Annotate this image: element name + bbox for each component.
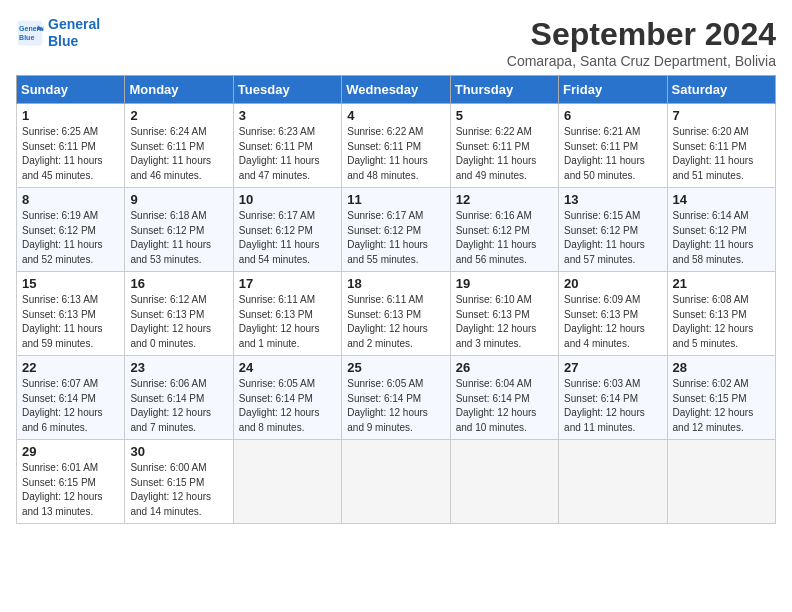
weekday-header-saturday: Saturday <box>667 76 775 104</box>
calendar-cell: 24 Sunrise: 6:05 AMSunset: 6:14 PMDaylig… <box>233 356 341 440</box>
calendar-cell: 30 Sunrise: 6:00 AMSunset: 6:15 PMDaylig… <box>125 440 233 524</box>
day-info: Sunrise: 6:12 AMSunset: 6:13 PMDaylight:… <box>130 293 227 351</box>
day-info: Sunrise: 6:06 AMSunset: 6:14 PMDaylight:… <box>130 377 227 435</box>
day-info: Sunrise: 6:02 AMSunset: 6:15 PMDaylight:… <box>673 377 770 435</box>
svg-text:Blue: Blue <box>19 34 34 41</box>
day-info: Sunrise: 6:05 AMSunset: 6:14 PMDaylight:… <box>347 377 444 435</box>
day-number: 2 <box>130 108 227 123</box>
day-info: Sunrise: 6:07 AMSunset: 6:14 PMDaylight:… <box>22 377 119 435</box>
day-info: Sunrise: 6:03 AMSunset: 6:14 PMDaylight:… <box>564 377 661 435</box>
calendar-cell: 7 Sunrise: 6:20 AMSunset: 6:11 PMDayligh… <box>667 104 775 188</box>
logo-icon: General Blue <box>16 19 44 47</box>
day-info: Sunrise: 6:00 AMSunset: 6:15 PMDaylight:… <box>130 461 227 519</box>
day-info: Sunrise: 6:09 AMSunset: 6:13 PMDaylight:… <box>564 293 661 351</box>
calendar-body: 1 Sunrise: 6:25 AMSunset: 6:11 PMDayligh… <box>17 104 776 524</box>
day-info: Sunrise: 6:16 AMSunset: 6:12 PMDaylight:… <box>456 209 553 267</box>
calendar-cell: 2 Sunrise: 6:24 AMSunset: 6:11 PMDayligh… <box>125 104 233 188</box>
calendar-cell: 23 Sunrise: 6:06 AMSunset: 6:14 PMDaylig… <box>125 356 233 440</box>
calendar-cell: 29 Sunrise: 6:01 AMSunset: 6:15 PMDaylig… <box>17 440 125 524</box>
calendar-cell: 17 Sunrise: 6:11 AMSunset: 6:13 PMDaylig… <box>233 272 341 356</box>
calendar-cell: 26 Sunrise: 6:04 AMSunset: 6:14 PMDaylig… <box>450 356 558 440</box>
day-number: 11 <box>347 192 444 207</box>
calendar-cell: 8 Sunrise: 6:19 AMSunset: 6:12 PMDayligh… <box>17 188 125 272</box>
day-number: 27 <box>564 360 661 375</box>
page-header: General Blue GeneralBlue September 2024 … <box>16 16 776 69</box>
calendar-cell: 5 Sunrise: 6:22 AMSunset: 6:11 PMDayligh… <box>450 104 558 188</box>
day-number: 28 <box>673 360 770 375</box>
day-number: 19 <box>456 276 553 291</box>
day-number: 22 <box>22 360 119 375</box>
day-info: Sunrise: 6:14 AMSunset: 6:12 PMDaylight:… <box>673 209 770 267</box>
day-info: Sunrise: 6:21 AMSunset: 6:11 PMDaylight:… <box>564 125 661 183</box>
calendar-cell: 6 Sunrise: 6:21 AMSunset: 6:11 PMDayligh… <box>559 104 667 188</box>
day-number: 23 <box>130 360 227 375</box>
day-number: 20 <box>564 276 661 291</box>
day-number: 29 <box>22 444 119 459</box>
calendar-cell: 9 Sunrise: 6:18 AMSunset: 6:12 PMDayligh… <box>125 188 233 272</box>
calendar-cell <box>450 440 558 524</box>
calendar-cell: 27 Sunrise: 6:03 AMSunset: 6:14 PMDaylig… <box>559 356 667 440</box>
day-number: 30 <box>130 444 227 459</box>
day-number: 15 <box>22 276 119 291</box>
weekday-header-monday: Monday <box>125 76 233 104</box>
calendar-cell: 20 Sunrise: 6:09 AMSunset: 6:13 PMDaylig… <box>559 272 667 356</box>
calendar-cell: 4 Sunrise: 6:22 AMSunset: 6:11 PMDayligh… <box>342 104 450 188</box>
logo: General Blue GeneralBlue <box>16 16 100 50</box>
weekday-header-sunday: Sunday <box>17 76 125 104</box>
calendar-cell: 13 Sunrise: 6:15 AMSunset: 6:12 PMDaylig… <box>559 188 667 272</box>
calendar-cell: 10 Sunrise: 6:17 AMSunset: 6:12 PMDaylig… <box>233 188 341 272</box>
day-number: 4 <box>347 108 444 123</box>
day-info: Sunrise: 6:17 AMSunset: 6:12 PMDaylight:… <box>239 209 336 267</box>
logo-text: GeneralBlue <box>48 16 100 50</box>
calendar-cell: 11 Sunrise: 6:17 AMSunset: 6:12 PMDaylig… <box>342 188 450 272</box>
calendar-cell: 15 Sunrise: 6:13 AMSunset: 6:13 PMDaylig… <box>17 272 125 356</box>
day-info: Sunrise: 6:22 AMSunset: 6:11 PMDaylight:… <box>347 125 444 183</box>
calendar-cell: 18 Sunrise: 6:11 AMSunset: 6:13 PMDaylig… <box>342 272 450 356</box>
calendar-cell: 14 Sunrise: 6:14 AMSunset: 6:12 PMDaylig… <box>667 188 775 272</box>
day-number: 18 <box>347 276 444 291</box>
title-block: September 2024 Comarapa, Santa Cruz Depa… <box>507 16 776 69</box>
day-number: 10 <box>239 192 336 207</box>
weekday-header-friday: Friday <box>559 76 667 104</box>
calendar-cell: 16 Sunrise: 6:12 AMSunset: 6:13 PMDaylig… <box>125 272 233 356</box>
day-number: 13 <box>564 192 661 207</box>
week-row-4: 22 Sunrise: 6:07 AMSunset: 6:14 PMDaylig… <box>17 356 776 440</box>
weekday-header-wednesday: Wednesday <box>342 76 450 104</box>
week-row-3: 15 Sunrise: 6:13 AMSunset: 6:13 PMDaylig… <box>17 272 776 356</box>
calendar-cell: 1 Sunrise: 6:25 AMSunset: 6:11 PMDayligh… <box>17 104 125 188</box>
location-subtitle: Comarapa, Santa Cruz Department, Bolivia <box>507 53 776 69</box>
day-info: Sunrise: 6:05 AMSunset: 6:14 PMDaylight:… <box>239 377 336 435</box>
day-info: Sunrise: 6:19 AMSunset: 6:12 PMDaylight:… <box>22 209 119 267</box>
day-info: Sunrise: 6:23 AMSunset: 6:11 PMDaylight:… <box>239 125 336 183</box>
day-number: 6 <box>564 108 661 123</box>
calendar-cell <box>342 440 450 524</box>
day-number: 14 <box>673 192 770 207</box>
svg-rect-0 <box>18 20 43 45</box>
day-info: Sunrise: 6:11 AMSunset: 6:13 PMDaylight:… <box>347 293 444 351</box>
day-info: Sunrise: 6:18 AMSunset: 6:12 PMDaylight:… <box>130 209 227 267</box>
day-info: Sunrise: 6:15 AMSunset: 6:12 PMDaylight:… <box>564 209 661 267</box>
day-number: 16 <box>130 276 227 291</box>
day-info: Sunrise: 6:13 AMSunset: 6:13 PMDaylight:… <box>22 293 119 351</box>
day-number: 9 <box>130 192 227 207</box>
day-info: Sunrise: 6:08 AMSunset: 6:13 PMDaylight:… <box>673 293 770 351</box>
weekday-header-thursday: Thursday <box>450 76 558 104</box>
day-info: Sunrise: 6:10 AMSunset: 6:13 PMDaylight:… <box>456 293 553 351</box>
day-number: 5 <box>456 108 553 123</box>
calendar-cell: 22 Sunrise: 6:07 AMSunset: 6:14 PMDaylig… <box>17 356 125 440</box>
day-info: Sunrise: 6:22 AMSunset: 6:11 PMDaylight:… <box>456 125 553 183</box>
day-number: 12 <box>456 192 553 207</box>
day-number: 24 <box>239 360 336 375</box>
weekday-header-tuesday: Tuesday <box>233 76 341 104</box>
day-number: 3 <box>239 108 336 123</box>
calendar-cell: 3 Sunrise: 6:23 AMSunset: 6:11 PMDayligh… <box>233 104 341 188</box>
day-number: 26 <box>456 360 553 375</box>
day-info: Sunrise: 6:17 AMSunset: 6:12 PMDaylight:… <box>347 209 444 267</box>
month-title: September 2024 <box>507 16 776 53</box>
calendar-cell: 25 Sunrise: 6:05 AMSunset: 6:14 PMDaylig… <box>342 356 450 440</box>
calendar-cell: 28 Sunrise: 6:02 AMSunset: 6:15 PMDaylig… <box>667 356 775 440</box>
week-row-2: 8 Sunrise: 6:19 AMSunset: 6:12 PMDayligh… <box>17 188 776 272</box>
day-number: 17 <box>239 276 336 291</box>
day-number: 21 <box>673 276 770 291</box>
week-row-1: 1 Sunrise: 6:25 AMSunset: 6:11 PMDayligh… <box>17 104 776 188</box>
